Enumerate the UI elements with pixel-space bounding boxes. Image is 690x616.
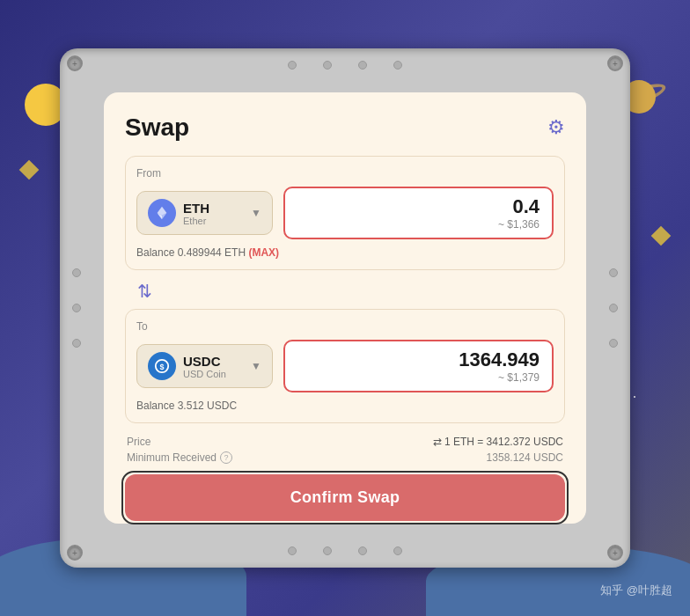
- from-token-selector[interactable]: ETH Ether ▼: [136, 191, 273, 235]
- from-amount-value: 0.4: [297, 195, 540, 218]
- usdc-symbol: USDC: [183, 354, 226, 369]
- bolt-top-right: [607, 55, 623, 71]
- usdc-icon: $: [148, 352, 176, 380]
- swap-direction-toggle[interactable]: ⇅: [132, 274, 565, 309]
- min-received-row: Minimum Received ? 1358.124 USDC: [125, 451, 565, 464]
- to-token-selector[interactable]: $ USDC USD Coin ▼: [136, 344, 273, 388]
- price-row: Price ⇄ 1 ETH = 3412.372 USDC: [125, 436, 565, 448]
- to-label: To: [136, 320, 554, 333]
- min-received-text: Minimum Received: [127, 451, 217, 464]
- from-dropdown-arrow: ▼: [251, 207, 261, 219]
- confirm-swap-button[interactable]: Confirm Swap: [125, 474, 565, 521]
- bolt-top-left: [67, 55, 83, 71]
- from-row: ETH Ether ▼ 0.4 ~ $1,366: [136, 187, 554, 239]
- usdc-full-name: USD Coin: [183, 369, 226, 379]
- to-amount-box[interactable]: 1364.949 ~ $1,379: [283, 340, 554, 392]
- svg-text:$: $: [159, 363, 164, 371]
- page-title: Swap: [125, 114, 189, 142]
- from-section: From ETH Ether ▼: [125, 156, 565, 270]
- min-received-label: Minimum Received ?: [127, 451, 232, 464]
- to-section: To $ USDC USD Coin ▼ 13: [125, 309, 565, 423]
- to-amount-value: 1364.949: [297, 348, 540, 371]
- to-row: $ USDC USD Coin ▼ 1364.949 ~ $1,379: [136, 340, 554, 392]
- panel-frame: Swap ⚙ From ETH Ether: [60, 48, 630, 568]
- eth-token-info: ETH Ether: [183, 201, 209, 226]
- dots-top: [288, 61, 402, 70]
- dots-bottom: [288, 546, 402, 555]
- card-header: Swap ⚙: [125, 114, 565, 142]
- price-label: Price: [127, 436, 150, 448]
- confirm-button-wrapper: Confirm Swap: [125, 474, 565, 521]
- from-balance-text: Balance 0.489944 ETH: [136, 246, 248, 259]
- star: [634, 396, 635, 398]
- eth-symbol: ETH: [183, 201, 209, 216]
- from-balance-row: Balance 0.489944 ETH (MAX): [136, 246, 554, 259]
- from-amount-usd: ~ $1,366: [297, 218, 540, 231]
- max-link[interactable]: (MAX): [248, 246, 279, 259]
- swap-card: Swap ⚙ From ETH Ether: [104, 92, 586, 524]
- eth-icon: [148, 199, 176, 227]
- watermark: 知乎 @叶胜超: [600, 583, 672, 598]
- to-balance-text: Balance 3.512 USDC: [136, 400, 237, 412]
- dots-left: [72, 268, 81, 348]
- min-received-info-icon[interactable]: ?: [220, 451, 232, 464]
- bolt-bottom-right: [607, 545, 623, 561]
- from-amount-box[interactable]: 0.4 ~ $1,366: [283, 187, 554, 239]
- to-balance-row: Balance 3.512 USDC: [136, 400, 554, 412]
- from-label: From: [136, 167, 554, 180]
- price-value: ⇄ 1 ETH = 3412.372 USDC: [433, 436, 563, 448]
- min-received-value: 1358.124 USDC: [487, 451, 563, 464]
- to-dropdown-arrow: ▼: [251, 360, 261, 372]
- swap-arrows-icon[interactable]: ⇅: [132, 279, 157, 304]
- to-amount-usd: ~ $1,379: [297, 371, 540, 384]
- eth-full-name: Ether: [183, 216, 209, 226]
- dots-right: [609, 268, 618, 348]
- settings-icon[interactable]: ⚙: [547, 116, 565, 139]
- usdc-token-info: USDC USD Coin: [183, 354, 226, 379]
- bolt-bottom-left: [67, 545, 83, 561]
